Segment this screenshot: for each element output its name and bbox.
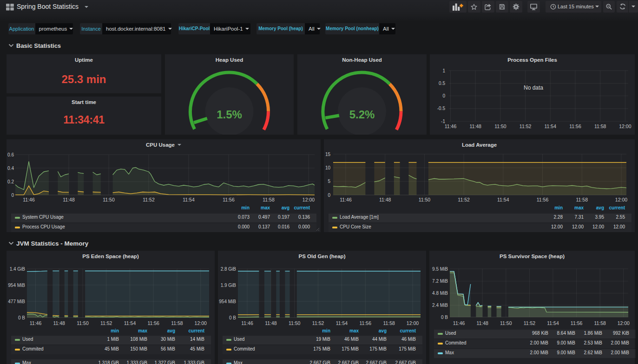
svg-text:15: 15	[325, 152, 331, 157]
svg-text:11:54: 11:54	[336, 320, 348, 326]
svg-text:11:50: 11:50	[494, 124, 506, 129]
svg-text:2.4 MiB: 2.4 MiB	[432, 303, 448, 308]
svg-text:12:00: 12:00	[195, 320, 207, 326]
svg-text:11:56: 11:56	[569, 124, 581, 129]
svg-text:0.5: 0.5	[439, 81, 445, 86]
svg-text:11:58: 11:58	[263, 197, 275, 202]
svg-text:954 MiB: 954 MiB	[8, 283, 25, 288]
svg-text:11:48: 11:48	[265, 320, 277, 326]
svg-text:11:56: 11:56	[360, 320, 372, 326]
svg-text:11:54: 11:54	[497, 197, 509, 202]
svg-text:10: 10	[325, 165, 331, 170]
svg-text:0 B: 0 B	[18, 315, 25, 320]
svg-text:11:52: 11:52	[524, 320, 536, 326]
svg-text:954 MiB: 954 MiB	[219, 299, 236, 304]
svg-text:11:52: 11:52	[143, 197, 155, 202]
svg-text:0: 0	[442, 93, 445, 98]
svg-text:11:50: 11:50	[500, 320, 512, 326]
svg-text:12:00: 12:00	[407, 320, 419, 326]
svg-text:4.8 MiB: 4.8 MiB	[432, 291, 448, 296]
svg-text:11:48: 11:48	[379, 197, 391, 202]
svg-text:11:50: 11:50	[103, 197, 115, 202]
svg-text:11:46: 11:46	[241, 320, 253, 326]
svg-text:11:56: 11:56	[537, 197, 549, 202]
svg-text:0 B: 0 B	[441, 315, 448, 320]
svg-text:11:54: 11:54	[545, 124, 557, 129]
svg-text:9.5 MiB: 9.5 MiB	[432, 266, 448, 272]
svg-text:12:00: 12:00	[619, 124, 631, 129]
svg-text:11:56: 11:56	[571, 320, 583, 326]
svg-text:7.2 MiB: 7.2 MiB	[432, 279, 448, 284]
svg-text:11:52: 11:52	[312, 320, 324, 326]
svg-text:477 MiB: 477 MiB	[8, 299, 25, 304]
svg-text:11:46: 11:46	[30, 320, 42, 326]
svg-text:0.6: 0.6	[7, 152, 14, 157]
svg-text:11:52: 11:52	[100, 320, 112, 326]
svg-text:11:52: 11:52	[520, 124, 532, 129]
svg-text:0 B: 0 B	[229, 315, 236, 320]
svg-text:11:56: 11:56	[223, 197, 235, 202]
svg-text:11:46: 11:46	[445, 124, 457, 129]
svg-text:11:52: 11:52	[458, 197, 470, 202]
svg-text:11:50: 11:50	[289, 320, 301, 326]
svg-text:11:54: 11:54	[547, 320, 559, 326]
svg-text:11:58: 11:58	[594, 320, 606, 326]
svg-text:11:58: 11:58	[383, 320, 395, 326]
svg-text:12:00: 12:00	[615, 197, 627, 202]
svg-text:11:54: 11:54	[183, 197, 195, 202]
svg-text:11:46: 11:46	[453, 320, 465, 326]
svg-text:11:46: 11:46	[23, 197, 35, 202]
svg-text:0.4: 0.4	[7, 166, 14, 171]
svg-text:11:58: 11:58	[171, 320, 183, 326]
svg-text:11:48: 11:48	[476, 320, 488, 326]
svg-text:0: 0	[11, 193, 14, 198]
svg-text:11:54: 11:54	[124, 320, 136, 326]
svg-text:-0.5: -0.5	[437, 106, 446, 111]
svg-text:0.2: 0.2	[7, 179, 14, 184]
svg-text:12:00: 12:00	[303, 197, 315, 202]
svg-text:11:48: 11:48	[53, 320, 65, 326]
svg-text:1.4 GiB: 1.4 GiB	[10, 266, 26, 272]
svg-text:11:58: 11:58	[576, 197, 588, 202]
svg-text:11:48: 11:48	[469, 124, 481, 129]
svg-text:1: 1	[442, 68, 445, 73]
svg-text:11:48: 11:48	[63, 197, 75, 202]
svg-text:11:46: 11:46	[340, 197, 352, 202]
svg-text:2.8 GiB: 2.8 GiB	[221, 266, 237, 272]
svg-text:No data: No data	[524, 84, 543, 91]
svg-text:11:50: 11:50	[419, 197, 431, 202]
svg-text:11:58: 11:58	[594, 124, 606, 129]
svg-text:0: 0	[328, 193, 330, 198]
svg-text:1.9 GiB: 1.9 GiB	[221, 283, 237, 288]
svg-text:12:00: 12:00	[618, 320, 630, 326]
svg-text:11:50: 11:50	[77, 320, 89, 326]
svg-text:11:56: 11:56	[147, 320, 159, 326]
svg-text:5: 5	[328, 179, 330, 184]
